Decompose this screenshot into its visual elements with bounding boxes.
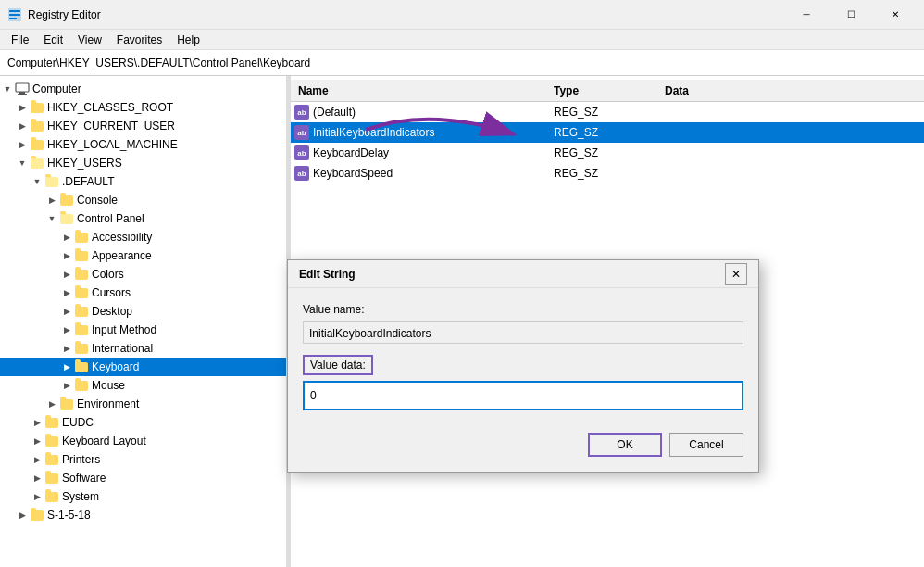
menu-help[interactable]: Help [169,32,207,48]
folder-icon-control-panel [59,211,74,226]
toggle-hkey-classes[interactable]: ▶ [15,100,30,115]
toggle-default[interactable]: ▼ [30,174,44,189]
toggle-software[interactable]: ▶ [30,471,44,485]
dialog-footer: OK Cancel [288,425,758,472]
tree-label-default: .DEFAULT [62,175,114,188]
registry-header: Name Type Data [291,80,924,102]
tree-item-computer[interactable]: ▼ Computer [0,80,286,98]
tree-label-accessibility: Accessibility [92,231,152,244]
registry-row-initial-keyboard[interactable]: ab InitialKeyboardIndicators REG_SZ [291,122,924,143]
tree-item-keyboard-layout[interactable]: ▶ Keyboard Layout [0,432,286,450]
close-button[interactable]: ✕ [874,0,917,30]
tree-item-international[interactable]: ▶ International [0,339,286,358]
tree-item-accessibility[interactable]: ▶ Accessibility [0,228,286,246]
tree-item-keyboard[interactable]: ▶ Keyboard [0,358,286,376]
toggle-appearance[interactable]: ▶ [59,248,74,263]
svg-rect-4 [16,83,29,92]
reg-name-default: ab (Default) [294,105,554,120]
folder-icon-keyboard [74,359,89,374]
tree-label-printers: Printers [62,453,100,466]
reg-type-keyboard-delay: REG_SZ [554,146,665,159]
registry-row-keyboard-speed[interactable]: ab KeyboardSpeed REG_SZ [291,163,924,183]
registry-row-default[interactable]: ab (Default) REG_SZ [291,102,924,122]
menu-edit[interactable]: Edit [36,32,70,48]
tree-item-hkey-local[interactable]: ▶ HKEY_LOCAL_MACHINE [0,135,286,154]
toggle-eudc[interactable]: ▶ [30,415,44,430]
tree-item-software[interactable]: ▶ Software [0,469,286,487]
value-data-input[interactable] [305,383,742,409]
toggle-international[interactable]: ▶ [59,341,74,356]
minimize-button[interactable]: ─ [785,0,828,30]
ok-button[interactable]: OK [588,433,662,457]
reg-type-icon-default: ab [294,105,309,120]
tree-item-eudc[interactable]: ▶ EUDC [0,413,286,432]
toggle-system[interactable]: ▶ [30,489,44,504]
toggle-computer[interactable]: ▼ [0,82,15,96]
tree-label-console: Console [77,194,118,207]
tree-label-eudc: EUDC [62,416,94,429]
menu-file[interactable]: File [4,32,36,48]
toggle-hkey-local[interactable]: ▶ [15,137,30,152]
toggle-cursors[interactable]: ▶ [59,285,74,300]
tree-panel[interactable]: ▼ Computer ▶ HKEY_CLASSES_ROOT ▶ HKEY_CU… [0,76,287,567]
toggle-keyboard[interactable]: ▶ [59,359,74,374]
toggle-colors[interactable]: ▶ [59,267,74,282]
tree-item-appearance[interactable]: ▶ Appearance [0,246,286,265]
folder-icon-hkey-classes [30,100,44,115]
tree-item-s-1-5-18[interactable]: ▶ S-1-5-18 [0,506,286,524]
toggle-printers[interactable]: ▶ [30,452,44,467]
tree-label-control-panel: Control Panel [77,212,144,225]
folder-icon-hkey-current [30,119,44,133]
tree-item-system[interactable]: ▶ System [0,487,286,506]
toggle-hkey-users[interactable]: ▼ [15,156,30,170]
svg-rect-2 [9,14,20,16]
folder-icon-s-1-5-18 [30,508,44,523]
toggle-s-1-5-18[interactable]: ▶ [15,508,30,523]
folder-icon-cursors [74,285,89,300]
menu-view[interactable]: View [70,32,109,48]
dialog-title: Edit String [299,268,725,281]
tree-item-mouse[interactable]: ▶ Mouse [0,376,286,395]
cancel-button[interactable]: Cancel [669,433,743,457]
folder-icon-default [44,174,59,189]
tree-label-colors: Colors [92,268,124,281]
edit-string-dialog[interactable]: Edit String ✕ Value name: InitialKeyboar… [287,259,759,472]
registry-row-keyboard-delay[interactable]: ab KeyboardDelay REG_SZ [291,143,924,163]
tree-item-hkey-users[interactable]: ▼ HKEY_USERS [0,154,286,172]
reg-type-initial-keyboard: REG_SZ [554,126,665,139]
registry-icon [7,7,22,22]
address-path: Computer\HKEY_USERS\.DEFAULT\Control Pan… [7,57,310,69]
toggle-accessibility[interactable]: ▶ [59,230,74,245]
toggle-keyboard-layout[interactable]: ▶ [30,434,44,448]
toggle-console[interactable]: ▶ [44,193,59,208]
value-data-input-wrap [303,381,743,410]
menu-favorites[interactable]: Favorites [109,32,169,48]
tree-item-cursors[interactable]: ▶ Cursors [0,284,286,302]
col-header-name: Name [294,84,554,97]
tree-item-colors[interactable]: ▶ Colors [0,265,286,284]
toggle-input-method[interactable]: ▶ [59,322,74,337]
maximize-button[interactable]: ☐ [830,0,872,30]
tree-item-default[interactable]: ▼ .DEFAULT [0,172,286,191]
toggle-environment[interactable]: ▶ [44,397,59,411]
folder-icon-environment [59,397,74,411]
folder-icon-eudc [44,415,59,430]
toggle-mouse[interactable]: ▶ [59,378,74,393]
dialog-close-button[interactable]: ✕ [725,263,747,285]
tree-item-console[interactable]: ▶ Console [0,191,286,209]
tree-item-environment[interactable]: ▶ Environment [0,395,286,413]
tree-label-international: International [92,342,153,355]
folder-icon-appearance [74,248,89,263]
tree-item-printers[interactable]: ▶ Printers [0,450,286,469]
tree-item-control-panel[interactable]: ▼ Control Panel [0,209,286,228]
tree-item-input-method[interactable]: ▶ Input Method [0,321,286,339]
tree-item-desktop[interactable]: ▶ Desktop [0,302,286,321]
toggle-control-panel[interactable]: ▼ [44,211,59,226]
tree-item-hkey-current[interactable]: ▶ HKEY_CURRENT_USER [0,117,286,135]
tree-item-hkey-classes[interactable]: ▶ HKEY_CLASSES_ROOT [0,98,286,117]
title-bar: Registry Editor ─ ☐ ✕ [0,0,924,30]
toggle-hkey-current[interactable]: ▶ [15,119,30,133]
tree-label-computer: Computer [32,82,81,95]
toggle-desktop[interactable]: ▶ [59,304,74,319]
folder-icon-hkey-users [30,156,44,170]
